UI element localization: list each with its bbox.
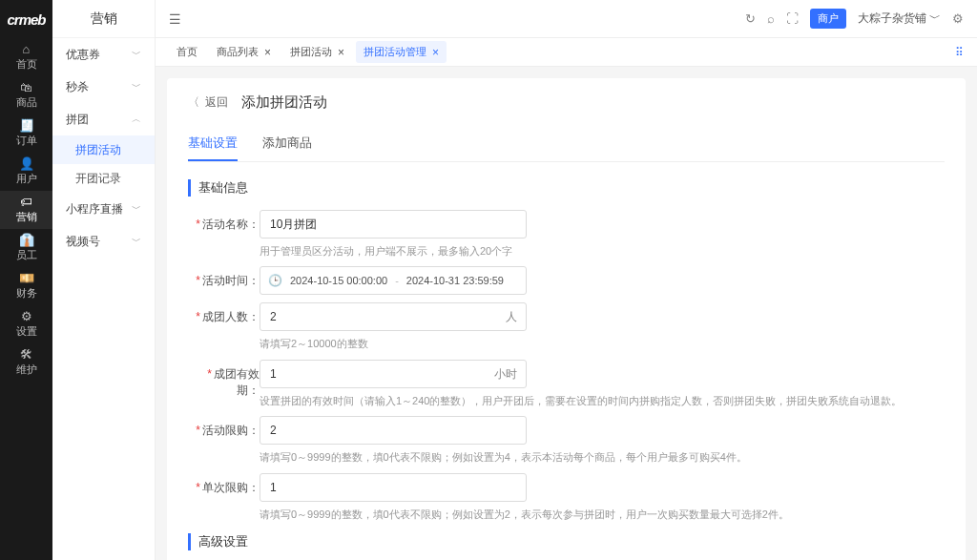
input-onelimit[interactable] xyxy=(260,473,527,502)
tab-group-activity[interactable]: 拼团活动× xyxy=(282,41,352,63)
back-button[interactable]: 〈返回 xyxy=(188,94,228,111)
label-time: 活动时间： xyxy=(188,266,260,289)
gear-icon[interactable]: ⚙ xyxy=(952,11,964,26)
date-range-picker[interactable]: 🕒 2024-10-15 00:00:00 - 2024-10-31 23:59… xyxy=(260,266,527,295)
tab-product-list[interactable]: 商品列表× xyxy=(209,41,279,63)
page-title: 添加拼团活动 xyxy=(241,93,327,112)
staff-icon: 👔 xyxy=(19,234,34,246)
nav-staff[interactable]: 👔员工 xyxy=(0,229,52,267)
breadcrumb: 〈返回 添加拼团活动 xyxy=(188,93,945,112)
section-basic: 基础信息 xyxy=(188,179,945,197)
date-start: 2024-10-15 00:00:00 xyxy=(290,275,387,286)
fullscreen-icon[interactable]: ⛶ xyxy=(786,11,799,26)
user-icon: 👤 xyxy=(19,157,34,170)
menu-video[interactable]: 视频号﹀ xyxy=(52,225,155,258)
chevron-left-icon: 〈 xyxy=(188,94,199,111)
hamburger-icon[interactable]: ☰ xyxy=(169,11,181,27)
chevron-down-icon: ﹀ xyxy=(929,11,941,25)
sub-title: 营销 xyxy=(52,0,155,38)
nav-finance[interactable]: 💴财务 xyxy=(0,267,52,305)
marketing-icon: 🏷 xyxy=(20,196,32,208)
input-people[interactable] xyxy=(260,302,527,331)
chevron-up-icon: ︿ xyxy=(132,113,141,126)
sidebar-sub: 营销 优惠券﹀ 秒杀﹀ 拼团︿ 拼团活动 开团记录 小程序直播﹀ 视频号﹀ xyxy=(52,0,156,560)
hint-actlimit: 请填写0～9999的整数，填0代表不限购；例如设置为4，表示本活动每个商品，每个… xyxy=(260,450,908,465)
menu-group-activity[interactable]: 拼团活动 xyxy=(52,135,155,164)
nav-home[interactable]: ⌂首页 xyxy=(0,38,52,76)
nav-order[interactable]: 🧾订单 xyxy=(0,114,52,153)
product-icon: 🛍 xyxy=(20,81,32,93)
itab-add-product[interactable]: 添加商品 xyxy=(262,127,312,161)
main-area: ☰ ↻ ⌕ ⛶ 商户 大粽子杂货铺 ﹀ ⚙ 首页 商品列表× 拼团活动× 拼团活… xyxy=(156,0,977,560)
input-name[interactable] xyxy=(260,210,527,239)
home-icon: ⌂ xyxy=(23,43,31,55)
inner-tabs: 基础设置 添加商品 xyxy=(188,127,945,162)
hint-name: 用于管理员区分活动，用户端不展示，最多输入20个字 xyxy=(260,244,908,259)
menu-seckill[interactable]: 秒杀﹀ xyxy=(52,71,155,103)
label-people: 成团人数： xyxy=(188,302,260,325)
close-icon[interactable]: × xyxy=(338,46,344,59)
chevron-down-icon: ﹀ xyxy=(132,48,141,61)
nav-product[interactable]: 🛍商品 xyxy=(0,76,52,114)
chevron-down-icon: ﹀ xyxy=(132,202,141,216)
nav-marketing[interactable]: 🏷营销 xyxy=(0,191,52,229)
hint-people: 请填写2～10000的整数 xyxy=(260,337,908,351)
nav-settings[interactable]: ⚙设置 xyxy=(0,305,52,343)
content: 〈返回 添加拼团活动 基础设置 添加商品 基础信息 活动名称： 用于管理员区分活… xyxy=(156,67,977,560)
hint-onelimit: 请填写0～9999的整数，填0代表不限购；例如设置为2，表示每次参与拼团时，用户… xyxy=(260,508,908,522)
search-icon[interactable]: ⌕ xyxy=(767,11,775,26)
shop-dropdown[interactable]: 大粽子杂货铺 ﹀ xyxy=(858,10,941,27)
nav-user[interactable]: 👤用户 xyxy=(0,153,52,191)
refresh-icon[interactable]: ↻ xyxy=(745,11,756,26)
tabs-bar: 首页 商品列表× 拼团活动× 拼团活动管理× ⠿ xyxy=(156,38,977,67)
expand-icon[interactable]: ⠿ xyxy=(955,46,964,59)
chevron-down-icon: ﹀ xyxy=(132,235,141,248)
date-end: 2024-10-31 23:59:59 xyxy=(406,275,504,286)
topbar: ☰ ↻ ⌕ ⛶ 商户 大粽子杂货铺 ﹀ ⚙ xyxy=(156,0,977,38)
label-name: 活动名称： xyxy=(188,210,260,233)
hint-valid: 设置拼团的有效时间（请输入1～240的整数），用户开团后，需要在设置的时间内拼购… xyxy=(260,394,908,408)
sidebar-main: crmeb ⌂首页 🛍商品 🧾订单 👤用户 🏷营销 👔员工 💴财务 ⚙设置 🛠维… xyxy=(0,0,52,560)
label-onelimit: 单次限购： xyxy=(188,473,260,496)
section-advanced: 高级设置 xyxy=(188,533,945,550)
input-actlimit[interactable] xyxy=(260,416,527,445)
input-valid[interactable] xyxy=(260,360,527,388)
menu-group-record[interactable]: 开团记录 xyxy=(52,164,155,193)
tab-home[interactable]: 首页 xyxy=(169,41,205,63)
menu-coupon[interactable]: 优惠券﹀ xyxy=(52,38,155,71)
label-actlimit: 活动限购： xyxy=(188,416,260,439)
brand-logo: crmeb xyxy=(0,0,52,38)
close-icon[interactable]: × xyxy=(432,46,439,59)
card: 〈返回 添加拼团活动 基础设置 添加商品 基础信息 活动名称： 用于管理员区分活… xyxy=(167,78,966,560)
menu-group[interactable]: 拼团︿ xyxy=(52,103,155,135)
maintain-icon: 🛠 xyxy=(20,348,32,361)
nav-maintain[interactable]: 🛠维护 xyxy=(0,343,52,382)
itab-basic[interactable]: 基础设置 xyxy=(188,127,238,161)
order-icon: 🧾 xyxy=(19,119,34,132)
finance-icon: 💴 xyxy=(19,272,34,284)
menu-live[interactable]: 小程序直播﹀ xyxy=(52,193,155,225)
tab-group-manage[interactable]: 拼团活动管理× xyxy=(356,41,447,63)
close-icon[interactable]: × xyxy=(264,46,271,59)
merchant-badge[interactable]: 商户 xyxy=(810,9,846,29)
label-valid: 成团有效期： xyxy=(188,360,260,399)
clock-icon: 🕒 xyxy=(268,274,282,287)
chevron-down-icon: ﹀ xyxy=(132,80,141,93)
settings-icon: ⚙ xyxy=(21,310,32,322)
